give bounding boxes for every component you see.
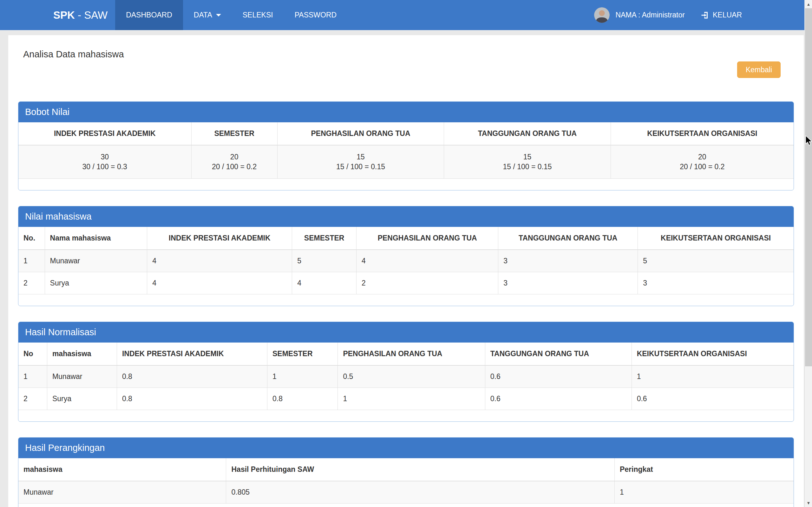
panel-bobot-nilai: Bobot Nilai INDEK PRESTASI AKADEMIKSEMES… — [18, 101, 794, 190]
column-header: PENGHASILAN ORANG TUA — [357, 227, 498, 250]
column-header: INDEK PRESTASI AKADEMIK — [18, 122, 191, 145]
column-header: SEMESTER — [191, 122, 277, 145]
bobot-table: INDEK PRESTASI AKADEMIKSEMESTERPENGHASIL… — [18, 122, 794, 179]
scroll-up-button[interactable]: ▲ — [805, 0, 812, 8]
panel-hasil-normalisasi: Hasil Normalisasi NomahasiswaINDEK PREST… — [18, 322, 794, 422]
perangkingan-table-head: mahasiswaHasil Perhituingan SAWPeringkat — [18, 458, 794, 481]
table-cell: 0.5 — [338, 365, 485, 388]
table-cell: 2 — [18, 388, 47, 410]
column-header: No. — [18, 227, 45, 250]
nav-label-password: PASSWORD — [295, 11, 337, 19]
scroll-up-icon: ▲ — [807, 2, 811, 7]
table-cell: 1 — [18, 365, 47, 388]
table-row: 1Munawar45435 — [18, 250, 794, 272]
scroll-down-button[interactable]: ▼ — [805, 499, 812, 507]
header-row: NomahasiswaINDEK PRESTASI AKADEMIKSEMEST… — [18, 343, 794, 365]
nilai-table: No.Nama mahasiswaINDEK PRESTASI AKADEMIK… — [18, 227, 794, 294]
logout-link[interactable]: KELUAR — [701, 11, 742, 19]
vertical-scrollbar[interactable]: ▲ ▼ — [804, 0, 812, 507]
panel-title-normalisasi: Hasil Normalisasi — [18, 322, 794, 343]
main-content: Analisa Data mahasiswa Kembali Bobot Nil… — [8, 35, 804, 507]
table-row: 2Surya44233 — [18, 272, 794, 294]
column-header: Nama mahasiswa — [45, 227, 147, 250]
logged-in-user-label: NAMA : Administrator — [615, 11, 685, 19]
table-cell: 0.8 — [117, 388, 267, 410]
normalisasi-table: NomahasiswaINDEK PRESTASI AKADEMIKSEMEST… — [18, 343, 794, 410]
table-cell: 3030 / 100 = 0.3 — [18, 145, 191, 179]
table-cell: 0.8 — [267, 388, 338, 410]
main-nav: DASHBOARD DATA SELEKSI PASSWORD — [115, 0, 347, 30]
table-cell: 3 — [638, 272, 794, 294]
perangkingan-table-body: Munawar0.8051 — [18, 481, 794, 504]
table-cell: 2020 / 100 = 0.2 — [191, 145, 277, 179]
normalisasi-table-head: NomahasiswaINDEK PRESTASI AKADEMIKSEMEST… — [18, 343, 794, 365]
nilai-table-head: No.Nama mahasiswaINDEK PRESTASI AKADEMIK… — [18, 227, 794, 250]
column-header: INDEK PRESTASI AKADEMIK — [147, 227, 292, 250]
page-title: Analisa Data mahasiswa — [23, 49, 124, 60]
table-cell: 0.6 — [485, 365, 631, 388]
logout-label: KELUAR — [713, 11, 742, 19]
table-cell: 4 — [357, 250, 498, 272]
bobot-table-body: 3030 / 100 = 0.32020 / 100 = 0.21515 / 1… — [18, 145, 794, 179]
column-header: PENGHASILAN ORANG TUA — [338, 343, 485, 365]
table-cell: 0.805 — [226, 481, 614, 504]
nav-item-data[interactable]: DATA — [183, 0, 232, 30]
scroll-down-icon: ▼ — [807, 501, 811, 505]
table-cell: 2 — [18, 272, 45, 294]
table-cell: 1 — [267, 365, 338, 388]
panel-hasil-perangkingan: Hasil Perangkingan mahasiswaHasil Perhit… — [18, 437, 794, 507]
table-cell: 4 — [292, 272, 357, 294]
header-row: No.Nama mahasiswaINDEK PRESTASI AKADEMIK… — [18, 227, 794, 250]
user-avatar[interactable] — [594, 7, 610, 23]
column-header: TANGGUNGAN ORANG TUA — [485, 343, 631, 365]
logout-icon — [701, 11, 709, 19]
avatar-image — [594, 7, 610, 23]
bobot-table-head: INDEK PRESTASI AKADEMIKSEMESTERPENGHASIL… — [18, 122, 794, 145]
column-header: No — [18, 343, 47, 365]
table-cell: 1 — [338, 388, 485, 410]
column-header: SEMESTER — [292, 227, 357, 250]
column-header: KEIKUTSERTAAN ORGANISASI — [638, 227, 794, 250]
page-header: Analisa Data mahasiswa Kembali — [8, 35, 804, 101]
panel-title-bobot: Bobot Nilai — [18, 102, 794, 122]
nav-label-seleksi: SELEKSI — [243, 11, 273, 19]
table-row: Munawar0.8051 — [18, 481, 794, 504]
table-cell: 4 — [147, 272, 292, 294]
table-cell: Munawar — [18, 481, 226, 504]
perangkingan-table: mahasiswaHasil Perhituingan SAWPeringkat… — [18, 458, 794, 504]
table-cell: 1 — [631, 365, 794, 388]
table-cell: 1 — [614, 481, 794, 504]
nav-label-dashboard: DASHBOARD — [126, 11, 172, 19]
table-cell: 2 — [357, 272, 498, 294]
panel-nilai-mahasiswa: Nilai mahasiswa No.Nama mahasiswaINDEK P… — [18, 206, 794, 306]
normalisasi-table-body: 1Munawar0.810.50.612Surya0.80.810.60.6 — [18, 365, 794, 410]
table-cell: Munawar — [45, 250, 147, 272]
table-cell: 1 — [18, 250, 45, 272]
table-cell: 0.6 — [485, 388, 631, 410]
nav-item-seleksi[interactable]: SELEKSI — [232, 0, 284, 30]
nilai-table-body: 1Munawar454352Surya44233 — [18, 250, 794, 294]
nav-item-dashboard[interactable]: DASHBOARD — [115, 0, 183, 30]
brand-bold-text: SPK — [53, 9, 75, 21]
table-cell: 1515 / 100 = 0.15 — [444, 145, 611, 179]
nav-item-password[interactable]: PASSWORD — [284, 0, 347, 30]
scrollbar-thumb[interactable] — [805, 8, 812, 366]
brand-rest-text: - SAW — [75, 9, 107, 21]
column-header: TANGGUNGAN ORANG TUA — [444, 122, 611, 145]
column-header: INDEK PRESTASI AKADEMIK — [117, 343, 267, 365]
column-header: PENGHASILAN ORANG TUA — [277, 122, 444, 145]
caret-down-icon — [216, 14, 221, 16]
table-cell: 3 — [498, 250, 638, 272]
column-header: Hasil Perhituingan SAW — [226, 458, 614, 481]
app-brand[interactable]: SPK - SAW — [53, 0, 107, 30]
table-cell: 5 — [638, 250, 794, 272]
nav-label-data: DATA — [194, 11, 212, 19]
table-row: 3030 / 100 = 0.32020 / 100 = 0.21515 / 1… — [18, 145, 794, 179]
table-cell: 5 — [292, 250, 357, 272]
navbar-right: NAMA : Administrator KELUAR — [594, 0, 742, 30]
header-row: mahasiswaHasil Perhituingan SAWPeringkat — [18, 458, 794, 481]
table-cell: 0.8 — [117, 365, 267, 388]
column-header: KEIKUTSERTAAN ORGANISASI — [631, 343, 794, 365]
column-header: TANGGUNGAN ORANG TUA — [498, 227, 638, 250]
kembali-button[interactable]: Kembali — [737, 61, 780, 78]
